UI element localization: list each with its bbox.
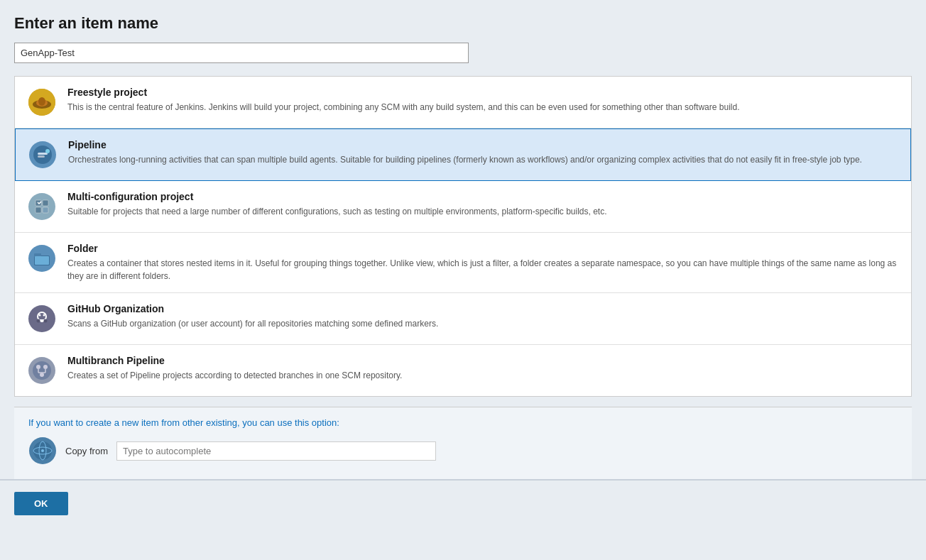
pipeline-content: Pipeline Orchestrates long-running activ… (68, 139, 899, 166)
svg-point-9 (28, 193, 55, 220)
items-list: Freestyle project This is the central fe… (14, 76, 912, 397)
svg-point-22 (39, 314, 41, 317)
multibranch-title: Multibranch Pipeline (67, 355, 900, 366)
svg-point-8 (45, 149, 50, 153)
multibranch-desc: Creates a set of Pipeline projects accor… (67, 369, 900, 382)
freestyle-desc: This is the central feature of Jenkins. … (67, 101, 900, 114)
svg-point-3 (38, 97, 45, 106)
pipeline-icon (27, 139, 58, 170)
svg-rect-6 (38, 153, 48, 155)
multiconfig-icon (26, 191, 58, 222)
svg-point-25 (44, 319, 48, 323)
item-name-input[interactable] (14, 43, 469, 63)
svg-point-23 (43, 314, 45, 317)
github-org-desc: Scans a GitHub organization (or user acc… (67, 317, 900, 330)
item-freestyle[interactable]: Freestyle project This is the central fe… (15, 77, 911, 128)
freestyle-title: Freestyle project (67, 87, 900, 98)
folder-content: Folder Creates a container that stores n… (67, 243, 900, 282)
ok-button[interactable]: OK (14, 492, 68, 515)
github-org-content: GitHub Organization Scans a GitHub organ… (67, 303, 900, 330)
svg-rect-11 (43, 200, 48, 206)
copy-icon (28, 437, 57, 465)
page-title: Enter an item name (14, 14, 912, 33)
svg-point-27 (33, 361, 51, 380)
folder-desc: Creates a container that stores nested i… (67, 257, 900, 282)
pipeline-title: Pipeline (68, 139, 899, 150)
svg-rect-12 (36, 207, 41, 213)
svg-point-24 (37, 319, 40, 323)
svg-point-28 (36, 365, 40, 369)
item-github-org[interactable]: GitHub Organization Scans a GitHub organ… (15, 293, 911, 345)
copy-section: If you want to create a new item from ot… (14, 407, 912, 479)
svg-rect-13 (43, 207, 48, 213)
svg-point-29 (43, 365, 48, 369)
folder-icon (26, 243, 58, 274)
svg-rect-7 (38, 155, 45, 158)
item-multiconfig[interactable]: Multi-configuration project Suitable for… (15, 181, 911, 233)
copy-row: Copy from (28, 437, 898, 465)
multibranch-icon (26, 355, 58, 386)
item-folder[interactable]: Folder Creates a container that stores n… (15, 233, 911, 293)
multiconfig-desc: Suitable for projects that need a large … (67, 205, 900, 218)
svg-point-30 (40, 373, 44, 377)
copy-from-label: Copy from (65, 446, 108, 456)
svg-rect-18 (35, 256, 49, 265)
multibranch-content: Multibranch Pipeline Creates a set of Pi… (67, 355, 900, 382)
svg-point-39 (41, 449, 44, 452)
multiconfig-title: Multi-configuration project (67, 191, 900, 202)
svg-point-21 (38, 313, 45, 320)
github-org-title: GitHub Organization (67, 303, 900, 314)
main-container: Enter an item name Freestyle project Thi… (0, 0, 926, 479)
multiconfig-content: Multi-configuration project Suitable for… (67, 191, 900, 218)
freestyle-icon (26, 87, 58, 118)
github-org-icon (26, 303, 58, 334)
copy-from-input[interactable] (116, 441, 436, 461)
item-pipeline[interactable]: Pipeline Orchestrates long-running activ… (15, 128, 911, 181)
item-multibranch[interactable]: Multibranch Pipeline Creates a set of Pi… (15, 345, 911, 396)
pipeline-desc: Orchestrates long-running activities tha… (68, 153, 899, 166)
freestyle-content: Freestyle project This is the central fe… (67, 87, 900, 114)
copy-hint: If you want to create a new item from ot… (28, 417, 898, 428)
folder-title: Folder (67, 243, 900, 254)
footer-section: OK (0, 479, 926, 527)
